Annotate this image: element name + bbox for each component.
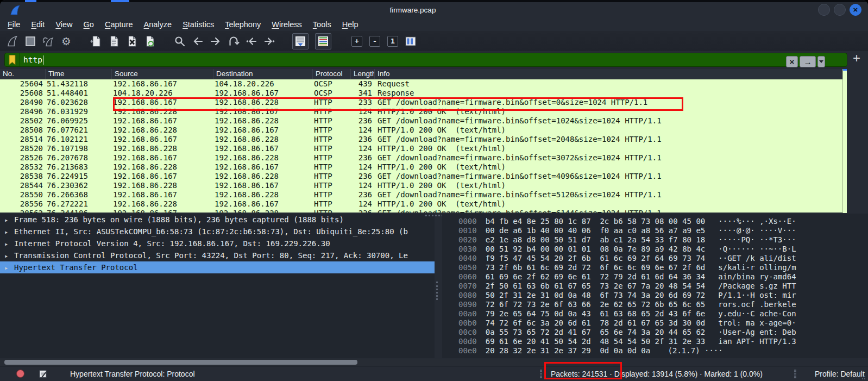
minimize-button[interactable] xyxy=(818,4,830,16)
go-to-packet-icon[interactable] xyxy=(227,34,241,48)
packet-row[interactable]: 2855076.266368192.168.86.167192.168.86.2… xyxy=(0,190,842,199)
open-file-icon[interactable] xyxy=(89,34,103,48)
close-button[interactable]: × xyxy=(850,4,861,16)
colorize-icon[interactable] xyxy=(315,33,331,49)
profile-label[interactable]: Profile: Default xyxy=(815,366,865,381)
titlebar[interactable]: firmware.pcap × xyxy=(0,2,868,18)
menu-file[interactable]: File xyxy=(2,18,26,31)
expand-arrow-icon[interactable]: ▸ xyxy=(4,226,14,238)
statusbar-drag-handle[interactable] xyxy=(540,370,542,378)
detail-tree-row[interactable]: ▸Hypertext Transfer Protocol xyxy=(0,261,435,273)
detail-tree-row[interactable]: ▸Transmission Control Protocol, Src Port… xyxy=(0,249,435,261)
hex-dump-row[interactable]: 005073 2f 6b 61 6c 69 2d 72 6f 6c 6c 69 … xyxy=(442,263,868,272)
packet-row[interactable]: 2851476.102121192.168.86.167192.168.86.2… xyxy=(0,135,842,144)
packet-row[interactable]: 2853876.224915192.168.86.167192.168.86.2… xyxy=(0,172,842,181)
packet-row[interactable]: 2856276.344186192.168.86.167192.168.86.2… xyxy=(0,209,842,213)
expand-arrow-icon[interactable]: ▸ xyxy=(4,262,14,273)
packet-row[interactable]: 2850276.069925192.168.86.167192.168.86.2… xyxy=(0,116,842,126)
cell-source: 192.168.86.167 xyxy=(112,79,213,89)
hex-dump-row[interactable]: 00702f 50 61 63 6b 61 67 65 73 2e 67 7a … xyxy=(442,282,868,291)
resize-grip[interactable] xyxy=(861,374,867,380)
packet-row[interactable]: 2853276.213683192.168.86.228192.168.86.1… xyxy=(0,163,842,172)
hex-dump-row[interactable]: 0000b4 fb e4 8e 25 80 1c 87 2c b6 58 73 … xyxy=(442,217,868,226)
packet-row[interactable]: 2849676.031929192.168.86.228192.168.86.1… xyxy=(0,107,842,116)
column-header-protocol[interactable]: Protocol xyxy=(313,69,351,79)
apply-filter-button[interactable]: → xyxy=(800,56,816,67)
zoom-out-icon[interactable]: - xyxy=(368,34,382,48)
go-forward-icon[interactable] xyxy=(209,34,223,48)
add-filter-button[interactable]: + xyxy=(850,51,864,65)
close-file-icon[interactable] xyxy=(125,34,139,48)
column-header-no[interactable]: No. xyxy=(0,69,46,79)
column-header-destination[interactable]: Destination xyxy=(213,69,313,79)
hex-dump-row[interactable]: 008050 2f 31 2e 31 0d 0a 48 6f 73 74 3a … xyxy=(442,291,868,300)
menu-capture[interactable]: Capture xyxy=(99,18,139,31)
expand-arrow-icon[interactable]: ▸ xyxy=(4,214,14,226)
hex-dump-row[interactable]: 00c00a 55 73 65 72 2d 41 67 65 6e 74 3a … xyxy=(442,328,868,337)
packet-row[interactable]: 2854476.230362192.168.86.228192.168.86.1… xyxy=(0,181,842,190)
column-header-time[interactable]: Time xyxy=(46,69,112,79)
autoscroll-icon[interactable] xyxy=(292,33,309,49)
reload-file-icon[interactable] xyxy=(143,34,157,48)
capture-comment-icon[interactable] xyxy=(39,370,47,378)
filter-text[interactable]: http xyxy=(23,55,42,64)
hex-dump-row[interactable]: 003000 51 92 b4 00 00 01 01 08 0a 7e 89 … xyxy=(442,245,868,254)
statusbar-drag-handle[interactable] xyxy=(794,370,796,378)
column-header-length[interactable]: Length xyxy=(351,69,375,79)
packet-row[interactable]: 2855676.272221192.168.86.228192.168.86.1… xyxy=(0,199,842,209)
menu-wireless[interactable]: Wireless xyxy=(266,18,307,31)
column-header-source[interactable]: Source xyxy=(112,69,213,79)
hex-dump-row[interactable]: 0040f9 f5 47 45 54 20 2f 6b 61 6c 69 2f … xyxy=(442,254,868,263)
find-packet-icon[interactable] xyxy=(173,34,187,48)
hex-dump-row[interactable]: 006061 69 6e 2f 62 69 6e 61 72 79 2d 61 … xyxy=(442,272,868,282)
expert-info-icon[interactable] xyxy=(16,370,24,378)
go-last-packet-icon[interactable] xyxy=(262,34,276,48)
column-header-info[interactable]: Info xyxy=(375,69,842,79)
detail-tree-row[interactable]: ▸Frame 518: 236 bytes on wire (1888 bits… xyxy=(0,214,435,226)
menu-analyze[interactable]: Analyze xyxy=(139,18,178,31)
hex-dump-row[interactable]: 00e020 28 32 2e 31 2e 37 29 0d 0a 0d 0a … xyxy=(442,346,868,355)
packet-row[interactable]: 2560851.448401104.18.20.226192.168.86.16… xyxy=(0,89,842,98)
menu-help[interactable]: Help xyxy=(337,18,364,31)
packet-row[interactable]: 2852676.207678192.168.86.167192.168.86.2… xyxy=(0,153,842,163)
expand-arrow-icon[interactable]: ▸ xyxy=(4,250,14,261)
menu-view[interactable]: View xyxy=(50,18,78,31)
bookmark-icon[interactable] xyxy=(9,55,16,65)
go-first-packet-icon[interactable] xyxy=(244,34,259,48)
menu-go[interactable]: Go xyxy=(78,18,99,31)
pane-splitter[interactable] xyxy=(435,214,442,358)
filter-dropdown-button[interactable] xyxy=(817,56,825,67)
hex-dump-row[interactable]: 00d069 61 6e 20 41 50 54 2d 48 54 54 50 … xyxy=(442,337,868,346)
go-back-icon[interactable] xyxy=(191,34,205,48)
horizontal-scrollbar-thumb[interactable] xyxy=(4,360,357,365)
resize-columns-icon[interactable] xyxy=(404,34,418,48)
packet-row[interactable]: 2850876.077621192.168.86.228192.168.86.1… xyxy=(0,126,842,135)
zoom-original-icon[interactable]: 1 xyxy=(386,34,400,48)
menu-edit[interactable]: Edit xyxy=(26,18,50,31)
packet-row[interactable]: 2852076.107198192.168.86.228192.168.86.1… xyxy=(0,144,842,153)
hex-dump-row[interactable]: 0020e2 1e a8 d8 00 50 51 d7 ab c1 2a 54 … xyxy=(442,235,868,245)
restart-capture-icon[interactable] xyxy=(41,34,55,48)
clear-filter-button[interactable]: × xyxy=(786,56,798,67)
zoom-in-icon[interactable]: + xyxy=(350,34,364,48)
maximize-button[interactable] xyxy=(834,4,846,16)
menu-statistics[interactable]: Statistics xyxy=(177,18,219,31)
detail-tree-row[interactable]: ▸Internet Protocol Version 4, Src: 192.1… xyxy=(0,238,435,249)
hex-dump-row[interactable]: 001000 de a6 1b 40 00 40 06 f0 aa c0 a8 … xyxy=(442,226,868,235)
save-file-icon[interactable] xyxy=(107,34,121,48)
packet-list-scrollbar[interactable] xyxy=(842,69,847,213)
hex-dump-row[interactable]: 00b074 72 6f 6c 3a 20 6d 61 78 2d 61 67 … xyxy=(442,318,868,328)
hex-dump-row[interactable]: 009072 6f 72 73 2e 6f 63 66 2e 62 65 72 … xyxy=(442,300,868,309)
menu-telephony[interactable]: Telephony xyxy=(219,18,266,31)
capture-options-icon[interactable]: ⚙ xyxy=(59,34,73,48)
splitter-handle[interactable] xyxy=(436,282,438,300)
menu-tools[interactable]: Tools xyxy=(307,18,337,31)
start-capture-icon[interactable] xyxy=(5,34,20,48)
stop-capture-icon[interactable] xyxy=(23,34,37,48)
hex-dump-row[interactable]: 00a079 2e 65 64 75 0d 0a 43 61 63 68 65 … xyxy=(442,309,868,318)
detail-tree-row[interactable]: ▸Ethernet II, Src: ASUSTekCOMPU_b6:58:73… xyxy=(0,226,435,238)
display-filter-input[interactable]: http × → xyxy=(4,53,847,67)
expand-arrow-icon[interactable]: ▸ xyxy=(4,238,14,249)
packet-row[interactable]: 2849076.023628192.168.86.167192.168.86.2… xyxy=(0,98,842,107)
packet-row[interactable]: 2560451.432118192.168.86.167104.18.20.22… xyxy=(0,79,842,89)
